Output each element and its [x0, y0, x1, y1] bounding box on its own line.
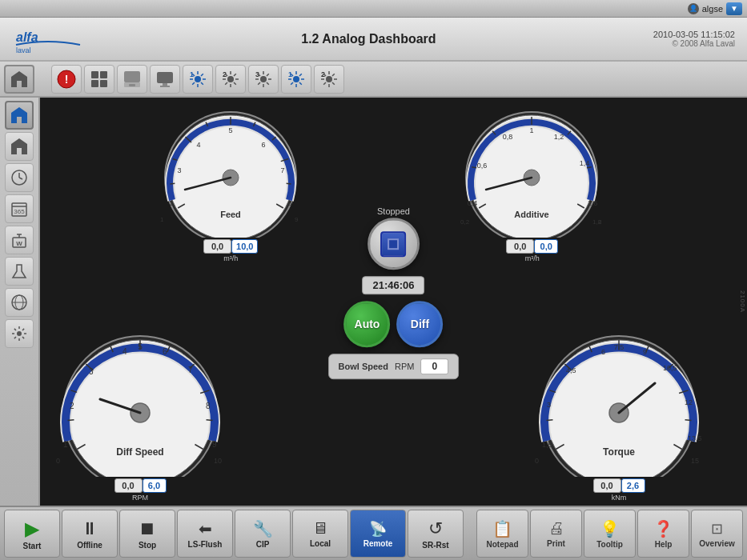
sr-rst-button[interactable]: ↺ SR-Rst — [408, 510, 464, 558]
ls-flush-icon: ⬅ — [199, 519, 212, 538]
svg-rect-5 — [91, 71, 98, 78]
sidebar-btn-weight[interactable]: W — [5, 226, 34, 254]
sidebar-btn-settings-small[interactable] — [5, 319, 34, 348]
svg-text:1: 1 — [63, 440, 68, 449]
svg-line-67 — [472, 167, 476, 168]
svg-line-27 — [19, 178, 22, 179]
offline-icon: ⏸ — [81, 518, 98, 539]
tooltip-button[interactable]: 💡 Tooltip — [584, 510, 636, 558]
diff-speed-setpoint[interactable]: 6,0 — [143, 478, 167, 493]
toolbar-btn-settings1[interactable]: 1 — [183, 65, 213, 94]
svg-text:3: 3 — [177, 166, 181, 174]
sidebar-btn-globe[interactable] — [5, 288, 34, 317]
cip-button[interactable]: 🔧 CIP — [235, 510, 291, 558]
svg-text:1,5: 1,5 — [542, 441, 552, 449]
toolbar-btn-tray[interactable] — [117, 65, 147, 94]
svg-text:15: 15 — [691, 457, 699, 465]
overview-icon: ⊡ — [711, 520, 723, 538]
sidebar-btn-network[interactable] — [5, 132, 34, 161]
remote-button[interactable]: 📡 Remote — [350, 510, 406, 558]
svg-line-50 — [286, 183, 291, 184]
svg-text:2: 2 — [169, 199, 173, 207]
toolbar-btn-settings5[interactable]: 2 — [314, 65, 344, 94]
svg-text:0,6: 0,6 — [477, 162, 488, 170]
overview-button[interactable]: ⊡ Overview — [691, 510, 743, 558]
remote-label: Remote — [363, 539, 393, 548]
diff-speed-unit: RPM — [132, 494, 148, 502]
svg-rect-9 — [124, 71, 140, 82]
svg-text:10,5: 10,5 — [663, 364, 677, 372]
svg-text:3: 3 — [89, 367, 94, 376]
bottom-right-buttons: 📋 Notepad 🖨 Print 💡 Tooltip ❓ Help ⊡ Ove… — [476, 510, 743, 558]
ls-flush-button[interactable]: ⬅ LS-Flush — [177, 510, 233, 558]
toolbar: ! 1 2 3 1 2 — [0, 62, 747, 98]
sidebar-btn-clock[interactable] — [5, 163, 34, 192]
help-icon: ❓ — [653, 519, 673, 538]
svg-text:Feed: Feed — [220, 210, 241, 219]
print-label: Print — [547, 539, 565, 548]
print-icon: 🖨 — [548, 519, 564, 538]
svg-text:Diff Speed: Diff Speed — [116, 446, 163, 458]
svg-rect-12 — [157, 72, 173, 83]
svg-text:0,4: 0,4 — [468, 199, 478, 207]
toolbar-btn-home[interactable] — [4, 65, 34, 94]
svg-text:4,5: 4,5 — [566, 366, 576, 374]
feed-readout: 0,0 10,0 — [203, 239, 258, 254]
print-button[interactable]: 🖨 Print — [530, 510, 582, 558]
toolbar-btn-monitor[interactable] — [150, 65, 180, 94]
cip-icon: 🔧 — [253, 519, 273, 538]
feed-unit: m³/h — [223, 254, 238, 262]
header: alfa laval www.alfalaval.com 1.2 Analog … — [0, 18, 747, 62]
sidebar-btn-calendar[interactable]: 365 — [5, 194, 34, 223]
notepad-label: Notepad — [487, 540, 519, 549]
local-button[interactable]: 🖥 Local — [292, 510, 348, 558]
top-bar: 👤 algse ▼ — [0, 0, 747, 18]
feed-setpoint[interactable]: 10,0 — [231, 239, 258, 254]
svg-text:9: 9 — [212, 440, 217, 449]
notepad-icon: 📋 — [492, 519, 512, 538]
copyright-label: © 2008 Alfa Laval — [672, 39, 735, 48]
stop-button[interactable] — [367, 218, 420, 270]
tooltip-icon: 💡 — [600, 519, 620, 538]
toolbar-btn-grid[interactable] — [84, 65, 114, 94]
toolbar-btn-alert[interactable]: ! — [51, 65, 82, 94]
start-button[interactable]: ▶ Start — [4, 510, 60, 558]
svg-text:8: 8 — [206, 402, 211, 410]
svg-text:6: 6 — [601, 348, 605, 356]
additive-setpoint[interactable]: 0,0 — [534, 239, 558, 254]
svg-text:4: 4 — [122, 347, 127, 356]
torque-setpoint[interactable]: 2,6 — [621, 478, 645, 493]
help-label: Help — [655, 540, 673, 549]
help-button[interactable]: ❓ Help — [637, 510, 689, 558]
additive-gauge: 0,4 0,6 0,8 1 1,2 1,4 1,6 0,2 1,8 2 Addi… — [458, 106, 606, 262]
stop-icon — [380, 231, 406, 257]
svg-line-116 — [546, 420, 552, 421]
toolbar-btn-settings4[interactable]: 1 — [281, 65, 311, 94]
additive-unit: m³/h — [525, 254, 540, 262]
sidebar-btn-diagram[interactable] — [5, 101, 34, 130]
time-display: 21:46:06 — [362, 276, 424, 294]
local-label: Local — [310, 539, 331, 548]
user-dropdown-button[interactable]: ▼ — [726, 2, 742, 15]
svg-point-23 — [326, 76, 332, 82]
dashboard: 2 3 4 5 6 7 8 1 9 Feed 0,0 — [40, 98, 747, 506]
stop-label: Stop — [139, 541, 156, 550]
svg-rect-11 — [129, 84, 135, 86]
svg-point-38 — [17, 331, 22, 336]
stop-indicator: Stopped — [367, 206, 420, 270]
user-info: 👤 algse ▼ — [688, 2, 742, 15]
toolbar-btn-settings2[interactable]: 2 — [215, 65, 246, 94]
svg-text:6: 6 — [163, 347, 167, 356]
toolbar-btn-settings3[interactable]: 3 — [248, 65, 279, 94]
stop-bottom-button[interactable]: ⏹ Stop — [119, 510, 175, 558]
svg-text:3: 3 — [547, 401, 551, 409]
svg-text:5: 5 — [138, 342, 143, 351]
notepad-button[interactable]: 📋 Notepad — [476, 510, 528, 558]
offline-button[interactable]: ⏸ Offline — [62, 510, 118, 558]
overview-label: Overview — [699, 539, 734, 548]
svg-text:1,6: 1,6 — [588, 199, 598, 207]
svg-text:2: 2 — [70, 402, 74, 410]
stop-status-label: Stopped — [377, 206, 410, 216]
start-label: Start — [23, 542, 42, 550]
sidebar-btn-flask[interactable] — [5, 257, 34, 286]
